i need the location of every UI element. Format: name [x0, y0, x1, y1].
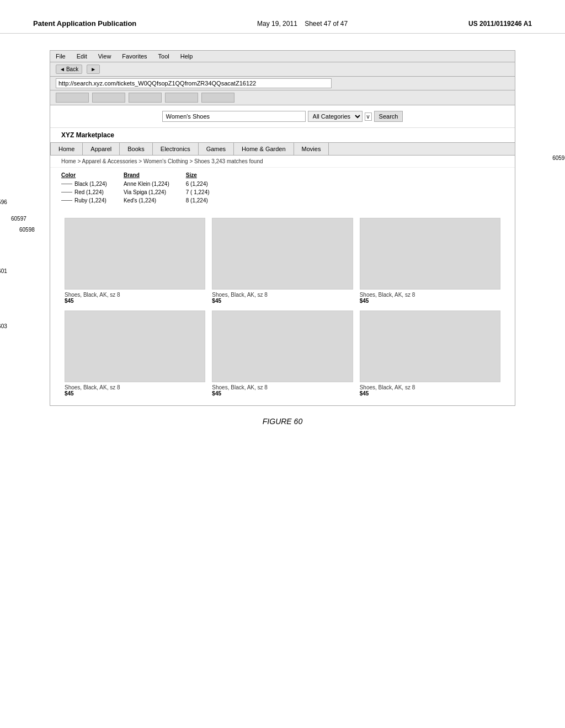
- facets-row: Color Black (1,224) Red (1,224) Ruby (1,…: [50, 168, 515, 209]
- breadcrumb: Home > Apparel & Accessories > Women's C…: [50, 156, 515, 168]
- search-input[interactable]: [162, 111, 306, 122]
- product-card-5[interactable]: Shoes, Black, AK, sz 8 $45: [209, 307, 356, 400]
- nav-home[interactable]: Home: [50, 143, 83, 155]
- category-select[interactable]: All Categories: [308, 111, 363, 122]
- facet-color-label: Color: [61, 172, 107, 178]
- facet-color: Color Black (1,224) Red (1,224) Ruby (1,…: [61, 172, 107, 205]
- facet-line-icon: [61, 184, 72, 184]
- product-image-2: [212, 218, 353, 290]
- menu-tool[interactable]: Tool: [158, 53, 169, 60]
- product-price-2: $45: [212, 298, 353, 304]
- product-grid: Shoes, Black, AK, sz 8 $45 Shoes, Black,…: [50, 209, 515, 405]
- ref-60601: 60601: [0, 268, 7, 274]
- product-card-4[interactable]: Shoes, Black, AK, sz 8 $45: [61, 307, 209, 400]
- browser-tabs-row: [50, 90, 515, 105]
- back-button[interactable]: ◄ Back: [56, 65, 82, 74]
- product-card-2[interactable]: Shoes, Black, AK, sz 8 $45: [209, 215, 356, 307]
- nav-games[interactable]: Games: [199, 143, 234, 155]
- menu-edit[interactable]: Edit: [77, 53, 87, 60]
- search-bar-area: All Categories v Search: [50, 105, 515, 128]
- product-price-4: $45: [65, 390, 205, 397]
- forward-button[interactable]: ►: [87, 65, 100, 74]
- facet-size-6[interactable]: 6 (1,224): [186, 180, 210, 188]
- product-card-6[interactable]: Shoes, Black, AK, sz 8 $45: [356, 307, 504, 400]
- product-card-3[interactable]: Shoes, Black, AK, sz 8 $45: [356, 215, 504, 307]
- browser-tab-4[interactable]: [165, 93, 198, 103]
- nav-home-garden[interactable]: Home & Garden: [234, 143, 294, 155]
- product-price-1: $45: [65, 298, 205, 304]
- facet-line-icon: [61, 192, 72, 192]
- facet-brand-keds[interactable]: Ked's (1,224): [124, 196, 169, 205]
- browser-tab-5[interactable]: [201, 93, 234, 103]
- back-arrow-icon: ◄: [60, 66, 65, 72]
- patent-title: Patent Application Publication: [33, 19, 136, 28]
- facet-brand-label: Brand: [124, 172, 169, 178]
- search-button[interactable]: Search: [374, 111, 403, 122]
- browser-tab-3[interactable]: [129, 93, 162, 103]
- menu-help[interactable]: Help: [180, 53, 193, 60]
- nav-movies[interactable]: Movies: [294, 143, 329, 155]
- site-name: XYZ Marketplace: [50, 128, 515, 142]
- browser-toolbar: ◄ Back ►: [50, 62, 515, 77]
- facet-size: Size 6 (1,224) 7 ( 1,224) 8 (1,224): [186, 172, 210, 205]
- product-price-6: $45: [360, 390, 500, 397]
- browser-menubar: File Edit View Favorites Tool Help: [50, 51, 515, 62]
- page-container: Patent Application Publication May 19, 2…: [0, 0, 565, 728]
- facet-color-ruby[interactable]: Ruby (1,224): [61, 196, 107, 205]
- facet-brand: Brand Anne Klein (1,224) Via Spiga (1,22…: [124, 172, 169, 205]
- url-input[interactable]: [56, 78, 332, 88]
- facet-size-label: Size: [186, 172, 210, 178]
- ref-60603: 60603: [0, 323, 7, 329]
- url-bar-row: [50, 77, 515, 90]
- ref-60597: 60597: [11, 216, 26, 222]
- browser-tab-2[interactable]: [92, 93, 125, 103]
- ref-60596: 60596: [0, 199, 7, 205]
- facet-line-icon: [61, 200, 72, 201]
- nav-apparel[interactable]: Apparel: [83, 143, 120, 155]
- patent-date: May 19, 2011 Sheet 47 of 47: [257, 20, 348, 28]
- facet-size-7[interactable]: 7 ( 1,224): [186, 188, 210, 196]
- nav-books[interactable]: Books: [120, 143, 153, 155]
- nav-bar: Home Apparel Books Electronics Games Hom…: [50, 142, 515, 156]
- product-price-5: $45: [212, 390, 353, 397]
- back-label: Back: [66, 66, 78, 72]
- product-name-1: Shoes, Black, AK, sz 8: [65, 292, 205, 298]
- forward-arrow-icon: ►: [90, 66, 96, 72]
- product-image-6: [360, 311, 500, 382]
- browser-tab-1[interactable]: [56, 93, 89, 103]
- product-image-3: [360, 218, 500, 290]
- patent-number: US 2011/0119246 A1: [468, 20, 532, 28]
- facet-color-red[interactable]: Red (1,224): [61, 188, 107, 196]
- ref-60598: 60598: [19, 227, 35, 233]
- outer-wrapper: 60595 60596 60597 60598 60599 60601 6060…: [17, 50, 548, 406]
- product-image-1: [65, 218, 205, 290]
- menu-favorites[interactable]: Favorites: [122, 53, 147, 60]
- product-price-3: $45: [360, 298, 500, 304]
- browser-content: All Categories v Search XYZ Marketplace …: [50, 105, 515, 405]
- product-card-1[interactable]: Shoes, Black, AK, sz 8 $45: [61, 215, 209, 307]
- ref-60595: 60595: [552, 155, 565, 161]
- browser-window: File Edit View Favorites Tool Help ◄ Bac…: [50, 50, 515, 406]
- facet-size-8[interactable]: 8 (1,224): [186, 196, 210, 205]
- product-name-6: Shoes, Black, AK, sz 8: [360, 384, 500, 390]
- product-image-5: [212, 311, 353, 382]
- menu-view[interactable]: View: [98, 53, 111, 60]
- product-name-5: Shoes, Black, AK, sz 8: [212, 384, 353, 390]
- product-name-2: Shoes, Black, AK, sz 8: [212, 292, 353, 298]
- patent-header: Patent Application Publication May 19, 2…: [0, 11, 565, 34]
- facet-brand-anneklein[interactable]: Anne Klein (1,224): [124, 180, 169, 188]
- facet-brand-viaspiga[interactable]: Via Spiga (1,224): [124, 188, 169, 196]
- menu-file[interactable]: File: [56, 53, 66, 60]
- product-name-3: Shoes, Black, AK, sz 8: [360, 292, 500, 298]
- facet-color-black[interactable]: Black (1,224): [61, 180, 107, 188]
- nav-electronics[interactable]: Electronics: [153, 143, 199, 155]
- dropdown-arrow: v: [365, 113, 372, 121]
- product-image-4: [65, 311, 205, 382]
- figure-caption: FIGURE 60: [0, 406, 565, 431]
- product-name-4: Shoes, Black, AK, sz 8: [65, 384, 205, 390]
